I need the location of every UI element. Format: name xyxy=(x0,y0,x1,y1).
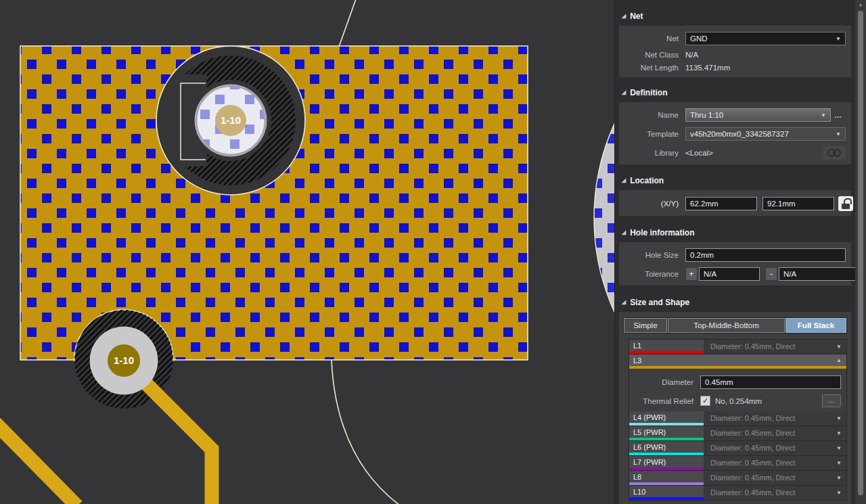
via-bottom-span-label: 1-10 xyxy=(114,354,134,366)
section-header-size[interactable]: ◢ Size and Shape xyxy=(615,297,855,307)
layer-row-l7[interactable]: L7 (PWR) Diameter: 0.45mm, Direct ▼ xyxy=(629,456,846,471)
layer-stack-list: L1 Diameter: 0.45mm, Direct ▼ L3 ▲ Diame… xyxy=(629,339,847,501)
thermal-relief-label: Thermal Relief xyxy=(629,397,693,405)
library-label: Library xyxy=(619,149,679,157)
properties-panel: ◢ Net Net GND ▼ Net Class N/A Net Length… xyxy=(614,0,855,504)
xy-label: (X/Y) xyxy=(619,200,679,208)
layer-name: L5 (PWR) xyxy=(633,428,666,436)
pcb-canvas[interactable]: 1-10 1-10 xyxy=(0,0,614,504)
tab-top-middle-bottom[interactable]: Top-Middle-Bottom xyxy=(668,318,785,333)
layer-color-bar xyxy=(629,423,704,426)
template-dropdown[interactable]: v45h20m0mx0_3342587327 ▼ xyxy=(685,127,846,141)
section-hole: Hole Size Tolerance + - xyxy=(619,242,851,285)
layer-color-bar xyxy=(629,438,704,440)
section-expand-icon: ◢ xyxy=(622,14,626,19)
name-more-button[interactable]: … xyxy=(831,111,846,119)
diameter-input[interactable] xyxy=(700,375,841,389)
layer-row-l4[interactable]: L4 (PWR) Diameter: 0.45mm, Direct ▼ xyxy=(629,411,846,426)
layer-color-bar xyxy=(629,467,704,470)
layer-color-bar xyxy=(629,351,704,354)
section-title: Hole information xyxy=(630,228,694,237)
section-header-hole[interactable]: ◢ Hole information xyxy=(615,227,855,237)
layer-row-l3-selected[interactable]: L3 ▲ xyxy=(629,354,846,366)
altium-properties-window: { "canvas": { "via_top": { "label": "1-1… xyxy=(0,0,866,504)
tolerance-plus-button[interactable]: + xyxy=(685,267,698,281)
section-title: Size and Shape xyxy=(630,298,689,307)
chevron-up-icon: ▲ xyxy=(836,357,842,363)
name-label: Name xyxy=(619,111,679,119)
name-value: Thru 1:10 xyxy=(690,111,723,119)
layer-desc: Diameter: 0.45mm, Direct xyxy=(704,340,846,354)
hole-size-input[interactable] xyxy=(685,248,846,262)
layer-desc: Diameter: 0.45mm, Direct xyxy=(704,426,846,440)
section-expand-icon: ◢ xyxy=(622,300,626,305)
net-dropdown[interactable]: GND ▼ xyxy=(685,32,846,45)
layer-name: L4 (PWR) xyxy=(633,413,666,421)
layer-row-l10[interactable]: L10 Diameter: 0.45mm, Direct ▼ xyxy=(629,486,846,500)
tab-full-stack[interactable]: Full Stack xyxy=(785,318,846,333)
chevron-down-icon: ▼ xyxy=(836,36,841,42)
section-header-definition[interactable]: ◢ Definition xyxy=(615,87,855,97)
layer-name: L10 xyxy=(633,488,645,496)
tolerance-minus-input[interactable] xyxy=(779,267,866,281)
hole-size-label: Hole Size xyxy=(619,251,679,259)
y-coordinate-input[interactable] xyxy=(762,197,834,210)
layer-row-l1[interactable]: L1 Diameter: 0.45mm, Direct ▼ xyxy=(629,340,846,354)
library-value: <Local> xyxy=(685,149,713,157)
net-value: GND xyxy=(690,35,708,43)
net-length-value: 1135.471mm xyxy=(685,64,730,72)
section-definition: Name Thru 1:10 ▼ … Template v45h20m0mx0_… xyxy=(619,102,851,164)
section-header-net[interactable]: ◢ Net xyxy=(615,11,855,21)
layer-desc: Diameter: 0.45mm, Direct xyxy=(704,456,846,470)
tab-simple[interactable]: Simple xyxy=(624,318,667,333)
tolerance-label: Tolerance xyxy=(619,270,679,278)
scroll-up-icon[interactable]: ▲ xyxy=(855,2,866,7)
section-header-location[interactable]: ◢ Location xyxy=(615,175,855,185)
layer-l3-editor: Diameter Thermal Relief ✓ No, 0.254mm … xyxy=(629,369,846,411)
chevron-down-icon: ▼ xyxy=(836,131,841,137)
diameter-label: Diameter xyxy=(629,378,693,386)
template-label: Template xyxy=(619,130,679,138)
chevron-down-icon: ▼ xyxy=(836,460,842,466)
section-title: Location xyxy=(630,176,664,185)
chevron-down-icon: ▼ xyxy=(821,112,826,118)
section-net: Net GND ▼ Net Class N/A Net Length 1135.… xyxy=(619,26,851,77)
layer-row-l6[interactable]: L6 (PWR) Diameter: 0.45mm, Direct ▼ xyxy=(629,441,846,456)
link-icon xyxy=(827,149,841,157)
chevron-down-icon: ▼ xyxy=(836,344,842,350)
layer-color-bar xyxy=(629,453,704,455)
scrollbar-thumb[interactable] xyxy=(858,11,863,495)
template-value: v45h20m0mx0_3342587327 xyxy=(690,130,789,138)
net-length-label: Net Length xyxy=(619,64,679,72)
tolerance-minus-button[interactable]: - xyxy=(765,267,777,281)
layer-color-bar xyxy=(629,482,704,485)
layer-row-l5[interactable]: L5 (PWR) Diameter: 0.45mm, Direct ▼ xyxy=(629,426,846,441)
layer-desc: Diameter: 0.45mm, Direct xyxy=(704,411,846,426)
section-expand-icon: ◢ xyxy=(622,178,626,183)
layer-color-bar xyxy=(629,497,704,500)
thermal-relief-checkbox[interactable]: ✓ xyxy=(700,396,710,406)
chevron-down-icon: ▼ xyxy=(836,490,842,496)
section-title: Net xyxy=(630,12,643,21)
x-coordinate-input[interactable] xyxy=(685,197,757,210)
layer-name: L3 xyxy=(633,357,641,365)
thermal-relief-more-button[interactable]: … xyxy=(822,394,841,407)
unlock-icon xyxy=(844,198,852,204)
tolerance-plus-input[interactable] xyxy=(699,267,760,281)
library-link-button[interactable] xyxy=(823,146,846,160)
layer-name: L8 xyxy=(633,473,641,481)
layer-row-l8[interactable]: L8 Diameter: 0.45mm, Direct ▼ xyxy=(629,471,846,486)
section-location: (X/Y) xyxy=(619,190,851,216)
layer-desc: Diameter: 0.45mm, Direct xyxy=(704,471,846,485)
panel-scrollbar[interactable]: ▲ xyxy=(855,0,866,504)
layer-name: L6 (PWR) xyxy=(633,443,666,451)
thermal-relief-value: No, 0.254mm xyxy=(715,397,762,405)
location-lock-button[interactable] xyxy=(838,196,853,211)
via-top[interactable]: 1-10 xyxy=(156,46,305,195)
layer-desc: Diameter: 0.45mm, Direct xyxy=(704,441,846,455)
chevron-down-icon: ▼ xyxy=(836,475,842,481)
name-dropdown[interactable]: Thru 1:10 ▼ xyxy=(685,108,831,122)
layer-name: L1 xyxy=(633,342,641,350)
chevron-down-icon: ▼ xyxy=(836,415,842,421)
chevron-down-icon: ▼ xyxy=(836,445,842,451)
